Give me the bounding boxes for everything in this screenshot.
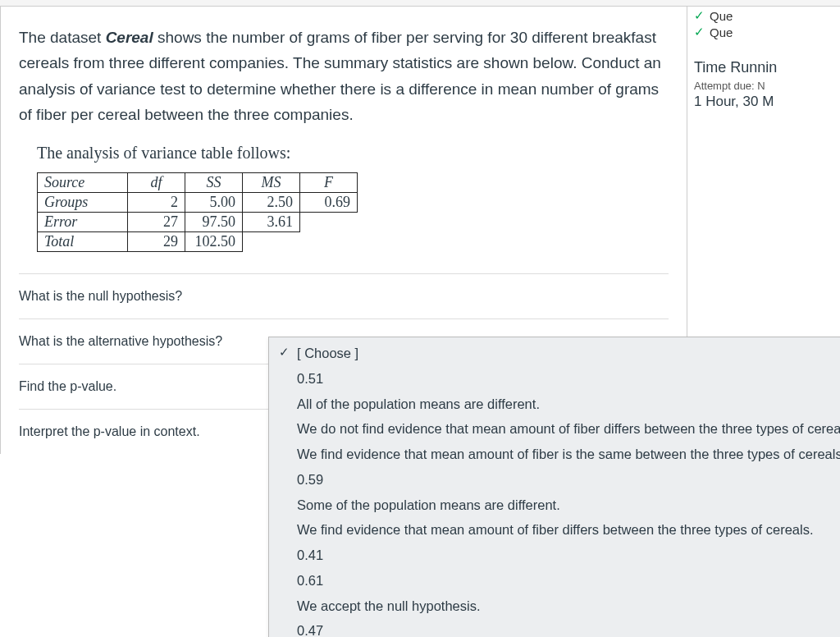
prompt-row: What is the null hypothesis? [19,273,669,318]
dropdown-option[interactable]: All of the population means are differen… [269,392,840,417]
prompt-label: What is the alternative hypothesis? [19,334,273,349]
window-top-bar [0,0,840,7]
intro-pre: The dataset [19,29,106,46]
dropdown-option[interactable]: 0.61 [269,568,840,593]
cell-df: 2 [128,193,185,213]
dropdown-option[interactable]: 0.51 [269,366,840,392]
cell-df: 27 [128,213,185,232]
sidebar-label: Que [710,25,733,39]
cell-source: Total [38,232,128,252]
col-source: Source [38,173,128,193]
sidebar-question-link[interactable]: ✓ Que [694,8,840,23]
cell-source: Groups [38,193,128,213]
dropdown-option[interactable]: 0.47 [269,618,840,637]
prompt-label: Find the p-value. [19,379,273,394]
sidebar-question-link[interactable]: ✓ Que [694,25,840,39]
dropdown-option[interactable]: We find evidence that mean amount of fib… [269,442,840,467]
anova-table: Source df SS MS F Groups 2 5.00 2.50 0.6… [37,172,358,252]
cell-source: Error [38,213,128,232]
cell-ss: 5.00 [185,193,243,213]
check-icon: ✓ [694,8,705,23]
dropdown-option[interactable]: 0.59 [269,467,840,493]
dropdown-option[interactable]: 0.41 [269,543,840,568]
dropdown-option[interactable]: We accept the null hypothesis. [269,593,840,619]
anova-caption: The analysis of variance table follows: [37,144,669,163]
attempt-due: Attempt due: N [694,80,840,92]
cell-ms [243,232,300,252]
dataset-name: Cereal [106,29,153,46]
time-left: 1 Hour, 30 M [694,94,840,110]
time-running-label: Time Runnin [694,59,840,76]
sidebar-label: Que [710,9,733,23]
dropdown-selected[interactable]: ✓ [ Choose ] [269,341,840,366]
dropdown-selected-text: [ Choose ] [297,346,358,360]
cell-ss: 97.50 [185,213,243,232]
cell-f [300,232,358,252]
prompt-label: What is the null hypothesis? [19,289,273,304]
col-ms: MS [243,173,300,193]
dropdown-option[interactable]: Some of the population means are differe… [269,493,840,518]
cell-df: 29 [128,232,185,252]
table-row: Source df SS MS F [38,173,358,193]
dropdown-option[interactable]: We find evidence that mean amount of fib… [269,517,840,543]
cell-f [300,213,358,232]
check-icon: ✓ [279,343,290,362]
dropdown-option[interactable]: We do not find evidence that mean amount… [269,416,840,442]
cell-ss: 102.50 [185,232,243,252]
cell-ms: 3.61 [243,213,300,232]
answer-dropdown[interactable]: ✓ [ Choose ] 0.51 All of the population … [268,337,840,637]
table-row: Total 29 102.50 [38,232,358,252]
table-row: Error 27 97.50 3.61 [38,213,358,232]
col-f: F [300,173,358,193]
table-row: Groups 2 5.00 2.50 0.69 [38,193,358,213]
cell-ms: 2.50 [243,193,300,213]
prompt-label: Interpret the p-value in context. [19,424,273,439]
col-ss: SS [185,173,243,193]
question-text: The dataset Cereal shows the number of g… [19,25,669,127]
col-df: df [128,173,185,193]
cell-f: 0.69 [300,193,358,213]
check-icon: ✓ [694,25,705,39]
